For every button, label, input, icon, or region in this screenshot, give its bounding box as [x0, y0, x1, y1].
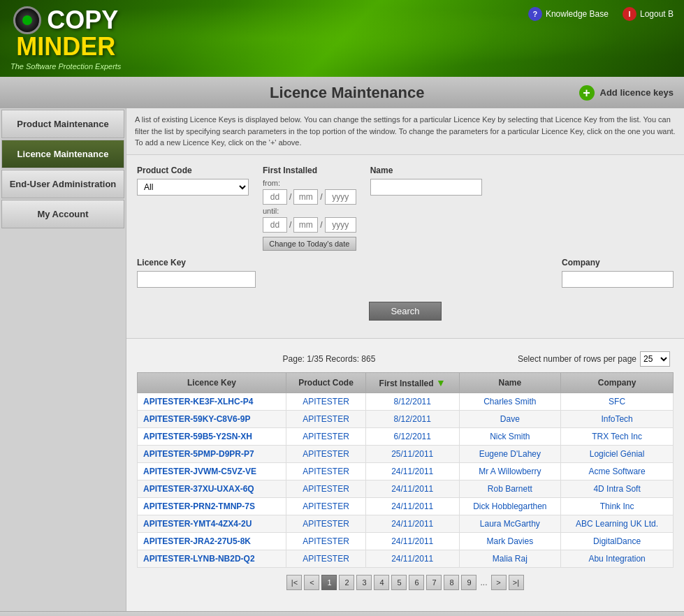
- knowledge-base-label: Knowledge Base: [546, 9, 609, 19]
- logo-tagline: The Software Protection Experts: [10, 62, 121, 71]
- page-title: Licence Maintenance: [126, 77, 569, 108]
- cell-company: TRX Tech Inc: [561, 427, 674, 445]
- from-yyyy-input[interactable]: [325, 189, 356, 205]
- table-row[interactable]: APITESTER-59KY-C8V6-9P APITESTER 8/12/20…: [138, 410, 674, 427]
- from-mm-input[interactable]: [293, 189, 318, 205]
- col-licence-key: Licence Key: [138, 372, 286, 393]
- col-company: Company: [561, 372, 674, 393]
- until-dd-input[interactable]: [263, 217, 287, 233]
- cell-name: Nick Smith: [459, 427, 561, 445]
- sidebar-item-licence-maintenance[interactable]: Licence Maintenance: [1, 140, 124, 168]
- logout-link[interactable]: I Logout B: [623, 7, 674, 21]
- until-yyyy-input[interactable]: [325, 217, 356, 233]
- pagination-last[interactable]: >|: [509, 575, 524, 590]
- pagination-page-9[interactable]: 9: [461, 575, 476, 590]
- cell-company: DigitalDance: [561, 532, 674, 550]
- cell-installed: 25/11/2011: [365, 445, 459, 462]
- licence-key-group: Licence Key: [137, 258, 256, 288]
- name-group: Name: [370, 166, 482, 196]
- cell-name: Malia Raj: [459, 550, 561, 567]
- cell-product-code: APITESTER: [286, 515, 366, 532]
- product-code-select[interactable]: All APITESTER: [137, 179, 249, 196]
- rows-per-page-select[interactable]: 25 10 50 100: [640, 351, 670, 367]
- main-layout: Product Maintenance Licence Maintenance …: [0, 108, 684, 611]
- pagination-page-4[interactable]: 4: [374, 575, 389, 590]
- table-row[interactable]: APITESTER-LYNB-NB2D-Q2 APITESTER 24/11/2…: [138, 550, 674, 567]
- search-form: Product Code All APITESTER First Install…: [126, 155, 684, 339]
- cell-name: Rob Barnett: [459, 480, 561, 497]
- results-area: Page: 1/35 Records: 865 Select number of…: [126, 339, 684, 604]
- from-dd-input[interactable]: [263, 189, 287, 205]
- cell-installed: 24/11/2011: [365, 462, 459, 480]
- search-button[interactable]: Search: [369, 302, 441, 321]
- first-installed-label: First Installed: [263, 166, 356, 175]
- table-row[interactable]: APITESTER-KE3F-XLHC-P4 APITESTER 8/12/20…: [138, 393, 674, 410]
- until-label: until:: [263, 207, 356, 215]
- knowledge-base-link[interactable]: ? Knowledge Base: [528, 7, 609, 21]
- licence-key-input[interactable]: [137, 271, 256, 288]
- table-row[interactable]: APITESTER-YMT4-4ZX4-2U APITESTER 24/11/2…: [138, 515, 674, 532]
- header-nav: ? Knowledge Base I Logout B: [528, 0, 674, 21]
- table-row[interactable]: APITESTER-PRN2-TMNP-7S APITESTER 24/11/2…: [138, 497, 674, 515]
- pagination-page-1[interactable]: 1: [321, 575, 337, 590]
- results-table: Licence Key Product Code First Installed…: [137, 372, 674, 568]
- rows-per-page-group: Select number of rows per page 25 10 50 …: [518, 351, 670, 367]
- logout-icon: I: [623, 7, 636, 21]
- logo-text: COPY MINDER: [13, 6, 118, 59]
- table-row[interactable]: APITESTER-59B5-Y2SN-XH APITESTER 6/12/20…: [138, 427, 674, 445]
- cell-installed: 24/11/2011: [365, 550, 459, 567]
- table-row[interactable]: APITESTER-JRA2-27U5-8K APITESTER 24/11/2…: [138, 532, 674, 550]
- pagination-page-7[interactable]: 7: [426, 575, 442, 590]
- pagination-page-2[interactable]: 2: [339, 575, 354, 590]
- cell-licence-key: APITESTER-5PMP-D9PR-P7: [138, 445, 286, 462]
- name-label: Name: [370, 166, 482, 175]
- cell-licence-key: APITESTER-KE3F-XLHC-P4: [138, 393, 286, 410]
- product-code-group: Product Code All APITESTER: [137, 166, 249, 196]
- pagination-page-8[interactable]: 8: [444, 575, 459, 590]
- sidebar-item-my-account[interactable]: My Account: [1, 200, 124, 228]
- sidebar-item-end-user-admin[interactable]: End-User Administration: [1, 170, 124, 198]
- cell-product-code: APITESTER: [286, 462, 366, 480]
- cell-product-code: APITESTER: [286, 445, 366, 462]
- company-group: Company: [562, 258, 674, 288]
- table-row[interactable]: APITESTER-37XU-UXAX-6Q APITESTER 24/11/2…: [138, 480, 674, 497]
- pagination-page-5[interactable]: 5: [391, 575, 407, 590]
- page-info: Page: 1/35 Records: 865: [140, 354, 518, 364]
- name-input[interactable]: [370, 179, 482, 196]
- question-icon: ?: [528, 7, 542, 21]
- pagination: |< < 1 2 3 4 5 6 7 8 9 ... > >|: [137, 568, 674, 597]
- pagination-dots: ...: [479, 578, 488, 587]
- cell-product-code: APITESTER: [286, 550, 366, 567]
- cell-name: Charles Smith: [459, 393, 561, 410]
- cell-installed: 24/11/2011: [365, 497, 459, 515]
- table-row[interactable]: APITESTER-5PMP-D9PR-P7 APITESTER 25/11/2…: [138, 445, 674, 462]
- cell-installed: 24/11/2011: [365, 480, 459, 497]
- cell-licence-key: APITESTER-LYNB-NB2D-Q2: [138, 550, 286, 567]
- pagination-prev[interactable]: <: [304, 575, 319, 590]
- pagination-next[interactable]: >: [491, 575, 507, 590]
- add-licence-keys-button[interactable]: + Add licence keys: [569, 77, 685, 108]
- product-code-label: Product Code: [137, 166, 249, 175]
- company-input[interactable]: [562, 271, 674, 288]
- cell-licence-key: APITESTER-JRA2-27U5-8K: [138, 532, 286, 550]
- table-row[interactable]: APITESTER-JVWM-C5VZ-VE APITESTER 24/11/2…: [138, 462, 674, 480]
- add-licence-label: Add licence keys: [600, 87, 674, 98]
- cell-licence-key: APITESTER-YMT4-4ZX4-2U: [138, 515, 286, 532]
- sidebar-item-product-maintenance[interactable]: Product Maintenance: [1, 110, 124, 138]
- cell-licence-key: APITESTER-37XU-UXAX-6Q: [138, 480, 286, 497]
- logout-label: Logout B: [640, 9, 674, 19]
- results-meta: Page: 1/35 Records: 865 Select number of…: [137, 346, 674, 372]
- cell-name: Mark Davies: [459, 532, 561, 550]
- col-first-installed: First Installed ▼: [365, 372, 459, 393]
- cell-installed: 24/11/2011: [365, 515, 459, 532]
- pagination-page-6[interactable]: 6: [409, 575, 424, 590]
- cell-product-code: APITESTER: [286, 480, 366, 497]
- cell-product-code: APITESTER: [286, 410, 366, 427]
- change-today-button[interactable]: Change to Today's date: [263, 237, 356, 251]
- cell-name: Dick Hobblegarthen: [459, 497, 561, 515]
- pagination-first[interactable]: |<: [286, 575, 302, 590]
- until-mm-input[interactable]: [293, 217, 318, 233]
- pagination-page-3[interactable]: 3: [356, 575, 372, 590]
- cell-product-code: APITESTER: [286, 393, 366, 410]
- cell-company: InfoTech: [561, 410, 674, 427]
